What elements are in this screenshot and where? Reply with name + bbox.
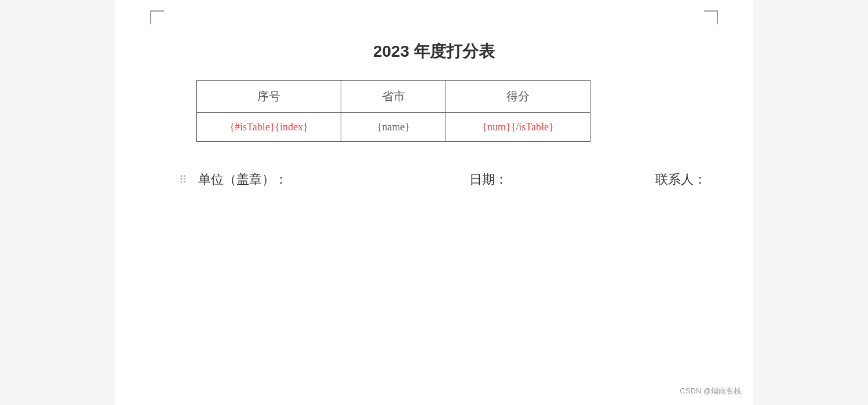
footer-date-field: 日期：	[416, 171, 561, 188]
drag-handle-icon[interactable]: ⠿	[179, 173, 187, 186]
page-title: 2023 年度打分表	[162, 41, 706, 63]
footer-unit-field: 单位（盖章）：	[198, 171, 416, 188]
template-name-text: {name}	[377, 121, 410, 133]
template-index-text: {#isTable}{index}	[229, 121, 308, 133]
footer-row: ⠿ 单位（盖章）： 日期： 联系人：	[162, 171, 706, 188]
footer-contact-label: 联系人：	[655, 172, 706, 187]
footer-unit-label: 单位（盖章）：	[198, 172, 287, 187]
footer-fields: 单位（盖章）： 日期： 联系人：	[198, 171, 706, 188]
footer-date-label: 日期：	[469, 172, 508, 187]
table-header-row: 序号 省市 得分	[197, 81, 590, 113]
footer-contact-field: 联系人：	[561, 171, 706, 188]
page-container: 2023 年度打分表 序号 省市 得分 {#isTable}{index} {n…	[115, 0, 753, 405]
template-cell-score: {num}{/isTable}	[446, 113, 590, 142]
corner-marker-top-right	[704, 10, 718, 24]
table-template-row: {#isTable}{index} {name} {num}{/isTable}	[197, 113, 590, 142]
template-score-text: {num}{/isTable}	[482, 121, 553, 133]
score-table: 序号 省市 得分 {#isTable}{index} {name} {num}{…	[196, 80, 590, 142]
header-index: 序号	[197, 81, 341, 113]
csdn-watermark: CSDN @烟雨客栈	[680, 386, 741, 396]
template-cell-index: {#isTable}{index}	[197, 113, 341, 142]
corner-marker-top-left	[150, 10, 164, 24]
header-province: 省市	[341, 81, 446, 113]
header-score: 得分	[446, 81, 590, 113]
template-cell-name: {name}	[341, 113, 446, 142]
